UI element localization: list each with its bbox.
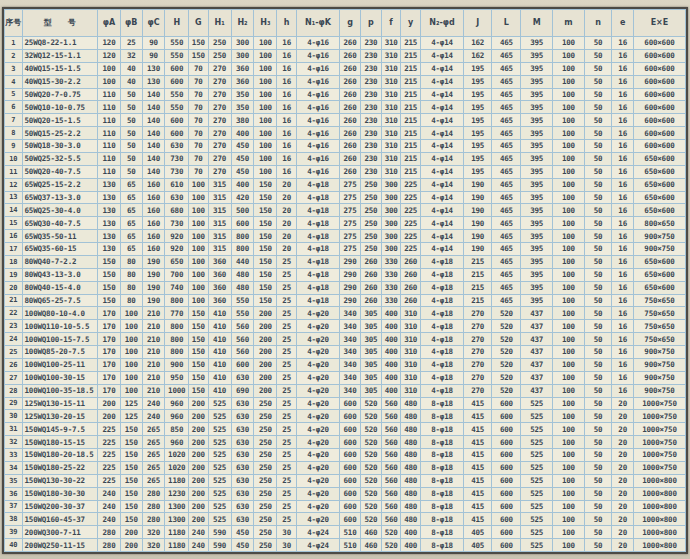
value-cell: 415: [464, 474, 492, 487]
value-cell: 600: [492, 461, 521, 474]
value-cell: 230: [360, 165, 381, 178]
value-cell: 600: [231, 358, 254, 371]
model-cell: 50WQ15-25-2.2: [22, 127, 98, 140]
value-cell: 560: [381, 449, 401, 462]
value-cell: 600: [340, 500, 361, 513]
value-cell: 275: [340, 243, 361, 256]
value-cell: 800: [231, 243, 254, 256]
value-cell: 395: [521, 37, 553, 50]
value-cell: 610: [165, 178, 189, 191]
value-cell: 50: [120, 127, 142, 140]
value-cell: 215: [401, 49, 421, 62]
value-cell: 525: [208, 449, 231, 462]
value-cell: 100: [553, 49, 585, 62]
value-cell: 190: [464, 230, 492, 243]
value-cell: 700: [165, 268, 189, 281]
value-cell: 260: [340, 127, 361, 140]
value-cell: 500: [231, 204, 254, 217]
model-cell: 100WQ100-15-7.5: [22, 333, 98, 346]
value-cell: 240: [98, 513, 121, 526]
table-row: 1980WQ43-13-3.01508019070010036048015025…: [5, 268, 686, 281]
column-header: φA: [98, 10, 121, 37]
model-cell: 125WQ130-15-11: [22, 397, 98, 410]
value-cell: 100: [553, 449, 585, 462]
table-row: 22100WQ80-10-4.0170100210770150410550200…: [5, 307, 686, 320]
value-cell: 240: [189, 526, 209, 539]
value-cell: 550: [231, 294, 254, 307]
value-cell: 100: [189, 178, 209, 191]
value-cell: 150: [189, 49, 209, 62]
value-cell: 8-φ18: [420, 423, 463, 436]
column-header: y: [401, 10, 421, 37]
value-cell: 150: [254, 243, 277, 256]
value-cell: 195: [464, 165, 492, 178]
value-cell: 330: [381, 281, 401, 294]
value-cell: 465: [492, 140, 521, 153]
value-cell: 520: [492, 346, 521, 359]
value-cell: 250: [360, 204, 381, 217]
value-cell: 100: [553, 294, 585, 307]
value-cell: 70: [189, 62, 209, 75]
value-cell: 275: [340, 230, 361, 243]
value-cell: 100: [189, 217, 209, 230]
value-cell: 4-φ18: [420, 358, 463, 371]
value-cell: 50: [584, 371, 612, 384]
table-row: 125WQ8-22-1.11202590550150250300100164-φ…: [5, 37, 686, 50]
model-cell: 100WQ110-10-5.5: [22, 320, 98, 333]
value-cell: 16: [612, 101, 634, 114]
value-cell: 400: [381, 371, 401, 384]
value-cell: 16: [612, 217, 634, 230]
value-cell: 150: [189, 384, 209, 397]
value-cell: 270: [208, 101, 231, 114]
value-cell: 8-φ18: [420, 513, 463, 526]
value-cell: 300: [231, 49, 254, 62]
value-cell: 600: [492, 423, 521, 436]
value-cell: 4-φ18: [420, 371, 463, 384]
value-cell: 100: [254, 140, 277, 153]
model-cell: 65WQ25-30-4.0: [22, 204, 98, 217]
value-cell: 1000×800: [633, 500, 685, 513]
value-cell: 20: [612, 474, 634, 487]
value-cell: 405: [464, 526, 492, 539]
value-cell: 270: [464, 307, 492, 320]
value-cell: 310: [401, 358, 421, 371]
value-cell: 16: [612, 165, 634, 178]
value-cell: 400: [381, 333, 401, 346]
value-cell: 770: [165, 307, 189, 320]
value-cell: 520: [492, 384, 521, 397]
model-cell: 150WQ160-45-37: [22, 513, 98, 526]
value-cell: 16: [277, 127, 297, 140]
value-cell: 510: [340, 539, 361, 552]
value-cell: 560: [381, 487, 401, 500]
model-cell: 200WQ300-7-11: [22, 526, 98, 539]
value-cell: 465: [492, 243, 521, 256]
value-cell: 25: [277, 449, 297, 462]
value-cell: 1000×750: [633, 397, 685, 410]
value-cell: 70: [189, 165, 209, 178]
row-index-cell: 4: [5, 75, 23, 88]
value-cell: 25: [277, 307, 297, 320]
table-row: 23100WQ110-10-5.517010021080015041056020…: [5, 320, 686, 333]
value-cell: 200: [189, 461, 209, 474]
value-cell: 4-φ20: [296, 384, 339, 397]
value-cell: 395: [521, 49, 553, 62]
value-cell: 80: [120, 294, 142, 307]
model-cell: 50WQ20-40-7.5: [22, 165, 98, 178]
value-cell: 310: [381, 127, 401, 140]
table-row: 1265WQ25-15-2.21306516061010031540015020…: [5, 178, 686, 191]
value-cell: 25: [277, 384, 297, 397]
value-cell: 100: [553, 191, 585, 204]
value-cell: 150: [98, 294, 121, 307]
value-cell: 600: [340, 487, 361, 500]
value-cell: 750×650: [633, 320, 685, 333]
value-cell: 270: [208, 88, 231, 101]
value-cell: 340: [340, 384, 361, 397]
value-cell: 50: [584, 539, 612, 552]
value-cell: 600: [492, 474, 521, 487]
model-cell: 150WQ130-30-22: [22, 474, 98, 487]
table-row: 1050WQ25-32-5.51105014073070270450100164…: [5, 152, 686, 165]
value-cell: 320: [142, 526, 165, 539]
value-cell: 280: [98, 539, 121, 552]
value-cell: 437: [521, 371, 553, 384]
value-cell: 270: [464, 371, 492, 384]
